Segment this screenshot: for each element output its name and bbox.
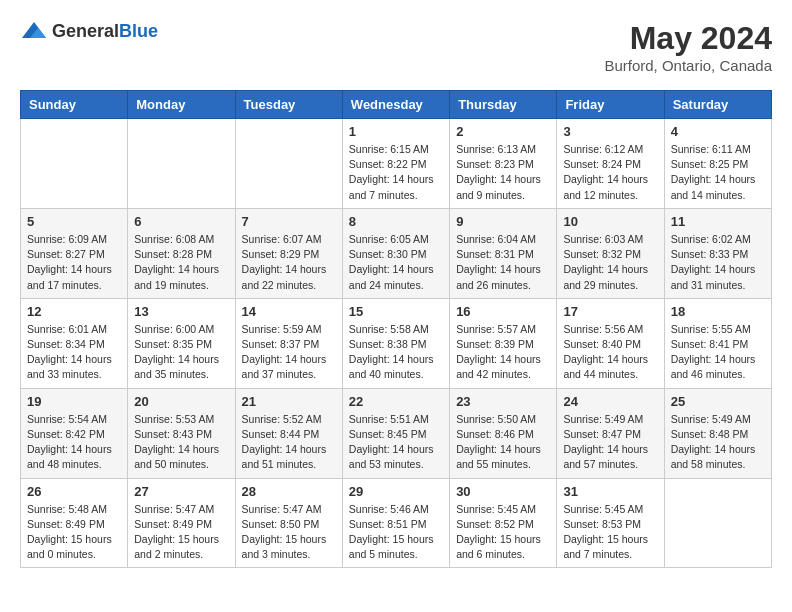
day-number: 12 — [27, 304, 121, 319]
day-number: 13 — [134, 304, 228, 319]
day-number: 8 — [349, 214, 443, 229]
day-cell-2-1: 5Sunrise: 6:09 AM Sunset: 8:27 PM Daylig… — [21, 208, 128, 298]
day-cell-1-1 — [21, 119, 128, 209]
day-cell-2-3: 7Sunrise: 6:07 AM Sunset: 8:29 PM Daylig… — [235, 208, 342, 298]
day-info: Sunrise: 6:05 AM Sunset: 8:30 PM Dayligh… — [349, 232, 443, 293]
day-cell-4-7: 25Sunrise: 5:49 AM Sunset: 8:48 PM Dayli… — [664, 388, 771, 478]
calendar-table: Sunday Monday Tuesday Wednesday Thursday… — [20, 90, 772, 568]
day-number: 31 — [563, 484, 657, 499]
title-section: May 2024 Burford, Ontario, Canada — [604, 20, 772, 74]
day-number: 5 — [27, 214, 121, 229]
day-info: Sunrise: 5:49 AM Sunset: 8:48 PM Dayligh… — [671, 412, 765, 473]
day-info: Sunrise: 5:49 AM Sunset: 8:47 PM Dayligh… — [563, 412, 657, 473]
day-number: 18 — [671, 304, 765, 319]
day-info: Sunrise: 6:07 AM Sunset: 8:29 PM Dayligh… — [242, 232, 336, 293]
header-tuesday: Tuesday — [235, 91, 342, 119]
day-cell-2-5: 9Sunrise: 6:04 AM Sunset: 8:31 PM Daylig… — [450, 208, 557, 298]
day-info: Sunrise: 6:00 AM Sunset: 8:35 PM Dayligh… — [134, 322, 228, 383]
day-cell-3-4: 15Sunrise: 5:58 AM Sunset: 8:38 PM Dayli… — [342, 298, 449, 388]
day-number: 2 — [456, 124, 550, 139]
day-info: Sunrise: 6:01 AM Sunset: 8:34 PM Dayligh… — [27, 322, 121, 383]
logo: GeneralBlue — [20, 20, 158, 42]
day-number: 23 — [456, 394, 550, 409]
day-info: Sunrise: 5:53 AM Sunset: 8:43 PM Dayligh… — [134, 412, 228, 473]
day-number: 20 — [134, 394, 228, 409]
day-cell-2-6: 10Sunrise: 6:03 AM Sunset: 8:32 PM Dayli… — [557, 208, 664, 298]
location-subtitle: Burford, Ontario, Canada — [604, 57, 772, 74]
day-cell-5-7 — [664, 478, 771, 568]
day-cell-1-5: 2Sunrise: 6:13 AM Sunset: 8:23 PM Daylig… — [450, 119, 557, 209]
header-thursday: Thursday — [450, 91, 557, 119]
day-cell-1-4: 1Sunrise: 6:15 AM Sunset: 8:22 PM Daylig… — [342, 119, 449, 209]
day-cell-4-1: 19Sunrise: 5:54 AM Sunset: 8:42 PM Dayli… — [21, 388, 128, 478]
day-cell-3-3: 14Sunrise: 5:59 AM Sunset: 8:37 PM Dayli… — [235, 298, 342, 388]
page-header: GeneralBlue May 2024 Burford, Ontario, C… — [20, 20, 772, 74]
header-wednesday: Wednesday — [342, 91, 449, 119]
day-cell-5-5: 30Sunrise: 5:45 AM Sunset: 8:52 PM Dayli… — [450, 478, 557, 568]
day-info: Sunrise: 5:55 AM Sunset: 8:41 PM Dayligh… — [671, 322, 765, 383]
week-row-3: 12Sunrise: 6:01 AM Sunset: 8:34 PM Dayli… — [21, 298, 772, 388]
day-cell-1-3 — [235, 119, 342, 209]
day-info: Sunrise: 5:57 AM Sunset: 8:39 PM Dayligh… — [456, 322, 550, 383]
day-info: Sunrise: 6:02 AM Sunset: 8:33 PM Dayligh… — [671, 232, 765, 293]
day-number: 30 — [456, 484, 550, 499]
day-cell-5-1: 26Sunrise: 5:48 AM Sunset: 8:49 PM Dayli… — [21, 478, 128, 568]
day-info: Sunrise: 6:04 AM Sunset: 8:31 PM Dayligh… — [456, 232, 550, 293]
day-number: 15 — [349, 304, 443, 319]
day-info: Sunrise: 6:15 AM Sunset: 8:22 PM Dayligh… — [349, 142, 443, 203]
week-row-5: 26Sunrise: 5:48 AM Sunset: 8:49 PM Dayli… — [21, 478, 772, 568]
day-info: Sunrise: 5:54 AM Sunset: 8:42 PM Dayligh… — [27, 412, 121, 473]
day-info: Sunrise: 6:08 AM Sunset: 8:28 PM Dayligh… — [134, 232, 228, 293]
month-year-title: May 2024 — [604, 20, 772, 57]
day-cell-4-3: 21Sunrise: 5:52 AM Sunset: 8:44 PM Dayli… — [235, 388, 342, 478]
day-info: Sunrise: 5:50 AM Sunset: 8:46 PM Dayligh… — [456, 412, 550, 473]
header-monday: Monday — [128, 91, 235, 119]
header-saturday: Saturday — [664, 91, 771, 119]
logo-blue: Blue — [119, 21, 158, 41]
day-info: Sunrise: 6:09 AM Sunset: 8:27 PM Dayligh… — [27, 232, 121, 293]
day-info: Sunrise: 5:47 AM Sunset: 8:49 PM Dayligh… — [134, 502, 228, 563]
day-info: Sunrise: 5:47 AM Sunset: 8:50 PM Dayligh… — [242, 502, 336, 563]
day-cell-4-5: 23Sunrise: 5:50 AM Sunset: 8:46 PM Dayli… — [450, 388, 557, 478]
day-number: 16 — [456, 304, 550, 319]
header-sunday: Sunday — [21, 91, 128, 119]
day-info: Sunrise: 5:51 AM Sunset: 8:45 PM Dayligh… — [349, 412, 443, 473]
day-number: 7 — [242, 214, 336, 229]
day-cell-1-7: 4Sunrise: 6:11 AM Sunset: 8:25 PM Daylig… — [664, 119, 771, 209]
day-cell-4-2: 20Sunrise: 5:53 AM Sunset: 8:43 PM Dayli… — [128, 388, 235, 478]
day-cell-5-2: 27Sunrise: 5:47 AM Sunset: 8:49 PM Dayli… — [128, 478, 235, 568]
day-number: 19 — [27, 394, 121, 409]
day-cell-1-2 — [128, 119, 235, 209]
day-number: 27 — [134, 484, 228, 499]
day-cell-5-4: 29Sunrise: 5:46 AM Sunset: 8:51 PM Dayli… — [342, 478, 449, 568]
day-number: 1 — [349, 124, 443, 139]
day-number: 10 — [563, 214, 657, 229]
day-info: Sunrise: 5:45 AM Sunset: 8:53 PM Dayligh… — [563, 502, 657, 563]
day-cell-4-6: 24Sunrise: 5:49 AM Sunset: 8:47 PM Dayli… — [557, 388, 664, 478]
day-cell-3-7: 18Sunrise: 5:55 AM Sunset: 8:41 PM Dayli… — [664, 298, 771, 388]
day-number: 21 — [242, 394, 336, 409]
day-info: Sunrise: 6:03 AM Sunset: 8:32 PM Dayligh… — [563, 232, 657, 293]
header-friday: Friday — [557, 91, 664, 119]
day-cell-3-1: 12Sunrise: 6:01 AM Sunset: 8:34 PM Dayli… — [21, 298, 128, 388]
weekday-header-row: Sunday Monday Tuesday Wednesday Thursday… — [21, 91, 772, 119]
day-cell-2-2: 6Sunrise: 6:08 AM Sunset: 8:28 PM Daylig… — [128, 208, 235, 298]
day-number: 26 — [27, 484, 121, 499]
day-cell-2-4: 8Sunrise: 6:05 AM Sunset: 8:30 PM Daylig… — [342, 208, 449, 298]
day-cell-1-6: 3Sunrise: 6:12 AM Sunset: 8:24 PM Daylig… — [557, 119, 664, 209]
day-cell-3-5: 16Sunrise: 5:57 AM Sunset: 8:39 PM Dayli… — [450, 298, 557, 388]
day-info: Sunrise: 5:46 AM Sunset: 8:51 PM Dayligh… — [349, 502, 443, 563]
day-cell-5-6: 31Sunrise: 5:45 AM Sunset: 8:53 PM Dayli… — [557, 478, 664, 568]
day-info: Sunrise: 5:58 AM Sunset: 8:38 PM Dayligh… — [349, 322, 443, 383]
day-number: 3 — [563, 124, 657, 139]
logo-general: General — [52, 21, 119, 41]
day-number: 29 — [349, 484, 443, 499]
day-info: Sunrise: 5:59 AM Sunset: 8:37 PM Dayligh… — [242, 322, 336, 383]
day-info: Sunrise: 5:52 AM Sunset: 8:44 PM Dayligh… — [242, 412, 336, 473]
day-cell-3-2: 13Sunrise: 6:00 AM Sunset: 8:35 PM Dayli… — [128, 298, 235, 388]
day-cell-4-4: 22Sunrise: 5:51 AM Sunset: 8:45 PM Dayli… — [342, 388, 449, 478]
day-number: 4 — [671, 124, 765, 139]
week-row-4: 19Sunrise: 5:54 AM Sunset: 8:42 PM Dayli… — [21, 388, 772, 478]
day-number: 6 — [134, 214, 228, 229]
day-cell-5-3: 28Sunrise: 5:47 AM Sunset: 8:50 PM Dayli… — [235, 478, 342, 568]
